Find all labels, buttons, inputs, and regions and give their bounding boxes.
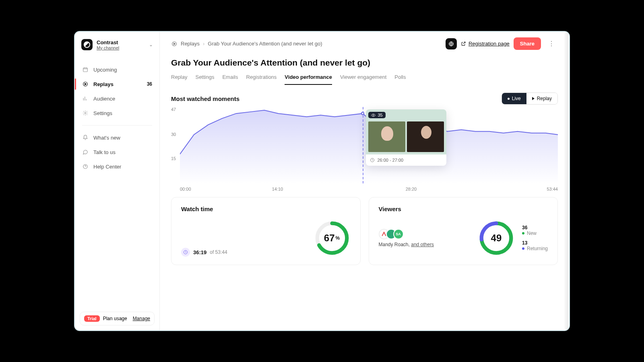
bars-icon	[82, 95, 89, 102]
manage-link[interactable]: Manage	[133, 316, 150, 321]
sidebar-item-label: What's new	[93, 135, 120, 141]
clock-icon	[370, 158, 375, 162]
breadcrumb-root[interactable]: Replays	[181, 41, 200, 47]
legend-returning-count: 13	[522, 240, 548, 246]
divider	[82, 125, 152, 125]
live-dot-icon	[508, 98, 510, 100]
svg-point-6	[373, 115, 374, 116]
sidebar-item-help[interactable]: Help Center	[75, 159, 159, 174]
hover-thumbnail: 35	[366, 109, 446, 154]
globe-icon	[448, 41, 454, 47]
sidebar: Contrast My channel ⌄ Upcoming Replays 3…	[75, 32, 160, 330]
toggle-live[interactable]: Live	[502, 93, 526, 104]
hover-guideline	[363, 107, 363, 183]
sidebar-item-label: Help Center	[93, 164, 121, 170]
viewers-legend: 36 New 13 Returning	[522, 225, 548, 251]
calendar-icon	[82, 66, 89, 73]
plan-usage-card: Trial Plan usage Manage	[80, 312, 155, 325]
dots-vertical-icon: ⋮	[548, 40, 555, 47]
svg-rect-0	[83, 68, 88, 72]
legend-new-count: 36	[522, 225, 548, 230]
toggle-replay-label: Replay	[537, 96, 552, 101]
scrollbar[interactable]	[564, 33, 568, 329]
sidebar-item-settings[interactable]: Settings	[75, 106, 159, 120]
main: Replays › Grab Your Audience's Attention…	[160, 32, 569, 330]
tab-registrations[interactable]: Registrations	[246, 72, 277, 85]
speaker-thumbnail	[368, 121, 405, 152]
sidebar-item-count: 36	[147, 81, 152, 87]
play-circle-icon	[82, 81, 89, 87]
viewers-card: Viewers SA Mandy Roach,	[369, 197, 558, 265]
live-replay-toggle: Live Replay	[502, 93, 558, 105]
legend-returning-label: Returning	[527, 246, 548, 251]
sidebar-item-label: Talk to us	[93, 149, 116, 155]
legend-dot-icon	[522, 232, 524, 234]
trial-badge: Trial	[84, 315, 100, 322]
more-menu-button[interactable]: ⋮	[545, 38, 558, 49]
sidebar-item-talk[interactable]: Talk to us	[75, 145, 159, 159]
tab-video-performance[interactable]: Video performance	[285, 72, 332, 85]
card-title: Viewers	[379, 206, 548, 212]
viewer-others-link[interactable]: and others	[411, 242, 434, 247]
help-icon	[82, 163, 89, 170]
registration-page-link[interactable]: Registration page	[461, 41, 510, 47]
tab-replay[interactable]: Replay	[171, 72, 187, 85]
brand-subtitle[interactable]: My channel	[97, 45, 145, 50]
svg-point-2	[85, 112, 86, 114]
viewer-avatars: SA	[379, 229, 471, 239]
chat-icon	[82, 149, 89, 155]
bell-icon	[82, 134, 89, 141]
sidebar-item-upcoming[interactable]: Upcoming	[75, 62, 159, 77]
sidebar-item-whatsnew[interactable]: What's new	[75, 130, 159, 145]
viewer-count-badge: 35	[368, 112, 385, 118]
eye-icon	[371, 113, 376, 117]
speaker-thumbnail	[407, 121, 444, 152]
registration-page-label: Registration page	[469, 41, 510, 47]
sidebar-item-audience[interactable]: Audience	[75, 91, 159, 106]
brand-name: Contrast	[97, 39, 145, 45]
watch-time-card: Watch time 36:19 of 53:44	[171, 197, 361, 265]
y-tick: 30	[171, 132, 176, 137]
watch-time-value: 36:19	[193, 249, 206, 255]
share-button[interactable]: Share	[514, 37, 541, 50]
x-tick: 53:44	[547, 187, 558, 191]
play-icon	[532, 97, 535, 100]
watch-time-of: of 53:44	[210, 249, 227, 255]
avatar: SA	[393, 229, 404, 239]
toggle-live-label: Live	[512, 96, 521, 101]
hover-viewer-count: 35	[378, 113, 382, 117]
x-tick: 00:00	[180, 187, 191, 191]
section-title: Most watched moments	[171, 95, 239, 102]
breadcrumb: Replays › Grab Your Audience's Attention…	[171, 41, 322, 47]
tab-settings[interactable]: Settings	[195, 72, 214, 85]
y-tick: 47	[171, 107, 176, 112]
language-button[interactable]	[446, 38, 457, 49]
tabs: Replay Settings Emails Registrations Vid…	[160, 69, 569, 85]
y-tick: 15	[171, 156, 176, 161]
legend-new-label: New	[527, 230, 537, 236]
legend-dot-icon	[522, 247, 524, 250]
brand-logo-icon	[81, 39, 93, 50]
tab-polls[interactable]: Polls	[394, 72, 406, 85]
tab-viewer-engagement[interactable]: Viewer engagement	[340, 72, 386, 85]
viewers-donut: 49	[478, 220, 515, 257]
watch-donut: 67%	[314, 220, 351, 257]
viewers-total: 49	[478, 220, 515, 257]
play-circle-icon	[171, 41, 178, 47]
toggle-replay[interactable]: Replay	[526, 93, 557, 104]
x-tick: 28:20	[406, 187, 417, 191]
hover-time-range: 26:00 - 27:00	[377, 158, 403, 162]
tab-emails[interactable]: Emails	[222, 72, 238, 85]
chevron-down-icon: ⌄	[149, 42, 153, 47]
sidebar-item-replays[interactable]: Replays 36	[75, 77, 159, 91]
watch-percent: 67	[324, 232, 335, 244]
sidebar-item-label: Upcoming	[93, 67, 117, 73]
chevron-right-icon: ›	[203, 41, 204, 47]
x-tick: 14:10	[272, 187, 283, 191]
hover-point	[361, 112, 364, 115]
moments-chart[interactable]: 47 30 15 35	[171, 107, 558, 191]
breadcrumb-current: Grab Your Audience's Attention (and neve…	[208, 41, 322, 47]
hover-tooltip: 35 26:00 - 27:00	[366, 109, 446, 166]
workspace-switcher[interactable]: Contrast My channel ⌄	[75, 36, 159, 57]
primary-nav: Upcoming Replays 36 Audience Settings	[75, 62, 159, 174]
